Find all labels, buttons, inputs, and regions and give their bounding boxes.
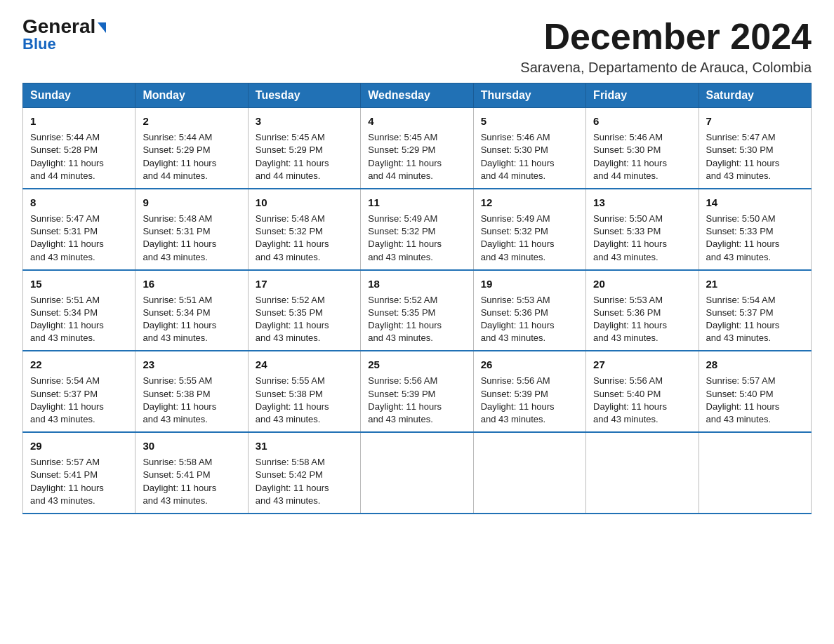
day-number: 5 (481, 114, 578, 128)
weekday-header-sunday: Sunday (23, 83, 135, 108)
day-info: Sunrise: 5:51 AMSunset: 5:34 PMDaylight:… (30, 295, 104, 344)
calendar-cell: 15 Sunrise: 5:51 AMSunset: 5:34 PMDaylig… (23, 270, 135, 351)
calendar-cell: 31 Sunrise: 5:58 AMSunset: 5:42 PMDaylig… (248, 432, 360, 514)
day-info: Sunrise: 5:55 AMSunset: 5:38 PMDaylight:… (256, 375, 329, 424)
calendar-cell: 23 Sunrise: 5:55 AMSunset: 5:38 PMDaylig… (135, 351, 248, 432)
calendar-cell: 25 Sunrise: 5:56 AMSunset: 5:39 PMDaylig… (361, 351, 473, 432)
calendar-cell: 27 Sunrise: 5:56 AMSunset: 5:40 PMDaylig… (586, 351, 699, 432)
title-area: December 2024 Saravena, Departamento de … (520, 17, 812, 76)
day-number: 3 (256, 114, 353, 128)
day-info: Sunrise: 5:50 AMSunset: 5:33 PMDaylight:… (706, 213, 780, 262)
weekday-header-friday: Friday (586, 83, 699, 108)
weekday-header-wednesday: Wednesday (361, 83, 473, 108)
day-info: Sunrise: 5:44 AMSunset: 5:29 PMDaylight:… (143, 132, 216, 181)
page-header: General Blue December 2024 Saravena, Dep… (22, 17, 812, 76)
day-info: Sunrise: 5:55 AMSunset: 5:38 PMDaylight:… (143, 375, 216, 424)
day-number: 22 (30, 357, 128, 372)
calendar-cell: 10 Sunrise: 5:48 AMSunset: 5:32 PMDaylig… (248, 189, 360, 270)
day-info: Sunrise: 5:56 AMSunset: 5:39 PMDaylight:… (368, 375, 442, 424)
calendar-cell: 21 Sunrise: 5:54 AMSunset: 5:37 PMDaylig… (699, 270, 811, 351)
calendar-cell: 20 Sunrise: 5:53 AMSunset: 5:36 PMDaylig… (586, 270, 699, 351)
day-info: Sunrise: 5:52 AMSunset: 5:35 PMDaylight:… (368, 295, 442, 344)
day-info: Sunrise: 5:54 AMSunset: 5:37 PMDaylight:… (30, 375, 104, 424)
day-info: Sunrise: 5:48 AMSunset: 5:32 PMDaylight:… (256, 213, 329, 262)
calendar-cell: 11 Sunrise: 5:49 AMSunset: 5:32 PMDaylig… (361, 189, 473, 270)
day-number: 26 (481, 357, 578, 372)
logo-blue-text: Blue (22, 35, 56, 53)
day-number: 25 (368, 357, 465, 372)
calendar-cell (586, 432, 699, 514)
day-number: 31 (256, 438, 353, 453)
calendar-cell: 16 Sunrise: 5:51 AMSunset: 5:34 PMDaylig… (135, 270, 248, 351)
weekday-header-monday: Monday (135, 83, 248, 108)
day-info: Sunrise: 5:56 AMSunset: 5:39 PMDaylight:… (481, 375, 555, 424)
day-info: Sunrise: 5:45 AMSunset: 5:29 PMDaylight:… (256, 132, 329, 181)
day-info: Sunrise: 5:52 AMSunset: 5:35 PMDaylight:… (256, 295, 329, 344)
day-info: Sunrise: 5:51 AMSunset: 5:34 PMDaylight:… (143, 295, 216, 344)
calendar-cell: 4 Sunrise: 5:45 AMSunset: 5:29 PMDayligh… (361, 108, 473, 189)
day-number: 6 (593, 114, 691, 128)
day-number: 12 (481, 195, 578, 210)
calendar-cell: 18 Sunrise: 5:52 AMSunset: 5:35 PMDaylig… (361, 270, 473, 351)
logo: General Blue (22, 17, 106, 53)
calendar-cell: 9 Sunrise: 5:48 AMSunset: 5:31 PMDayligh… (135, 189, 248, 270)
day-number: 8 (30, 195, 128, 210)
day-number: 10 (256, 195, 353, 210)
calendar-cell: 2 Sunrise: 5:44 AMSunset: 5:29 PMDayligh… (135, 108, 248, 189)
calendar-cell (699, 432, 811, 514)
day-info: Sunrise: 5:49 AMSunset: 5:32 PMDaylight:… (368, 213, 442, 262)
day-number: 18 (368, 276, 465, 291)
logo-general-text: General (22, 17, 106, 36)
calendar-cell: 8 Sunrise: 5:47 AMSunset: 5:31 PMDayligh… (23, 189, 135, 270)
location-subtitle: Saravena, Departamento de Arauca, Colomb… (520, 60, 812, 76)
day-number: 7 (706, 114, 804, 128)
day-number: 20 (593, 276, 691, 291)
day-number: 17 (256, 276, 353, 291)
day-number: 30 (143, 438, 240, 453)
day-number: 4 (368, 114, 465, 128)
day-info: Sunrise: 5:53 AMSunset: 5:36 PMDaylight:… (593, 295, 667, 344)
calendar-cell: 13 Sunrise: 5:50 AMSunset: 5:33 PMDaylig… (586, 189, 699, 270)
day-number: 13 (593, 195, 691, 210)
day-number: 1 (30, 114, 128, 128)
day-number: 2 (143, 114, 240, 128)
calendar-cell: 19 Sunrise: 5:53 AMSunset: 5:36 PMDaylig… (473, 270, 585, 351)
day-number: 27 (593, 357, 691, 372)
week-row-4: 22 Sunrise: 5:54 AMSunset: 5:37 PMDaylig… (23, 351, 812, 432)
day-info: Sunrise: 5:49 AMSunset: 5:32 PMDaylight:… (481, 213, 555, 262)
calendar-cell: 1 Sunrise: 5:44 AMSunset: 5:28 PMDayligh… (23, 108, 135, 189)
weekday-header-thursday: Thursday (473, 83, 585, 108)
weekday-header-tuesday: Tuesday (248, 83, 360, 108)
calendar-cell: 24 Sunrise: 5:55 AMSunset: 5:38 PMDaylig… (248, 351, 360, 432)
calendar-cell: 30 Sunrise: 5:58 AMSunset: 5:41 PMDaylig… (135, 432, 248, 514)
day-info: Sunrise: 5:58 AMSunset: 5:42 PMDaylight:… (256, 457, 329, 506)
calendar-cell: 28 Sunrise: 5:57 AMSunset: 5:40 PMDaylig… (699, 351, 811, 432)
day-info: Sunrise: 5:47 AMSunset: 5:31 PMDaylight:… (30, 213, 104, 262)
day-number: 23 (143, 357, 240, 372)
day-info: Sunrise: 5:54 AMSunset: 5:37 PMDaylight:… (706, 295, 780, 344)
calendar-cell (473, 432, 585, 514)
calendar-cell: 29 Sunrise: 5:57 AMSunset: 5:41 PMDaylig… (23, 432, 135, 514)
weekday-header-saturday: Saturday (699, 83, 811, 108)
week-row-3: 15 Sunrise: 5:51 AMSunset: 5:34 PMDaylig… (23, 270, 812, 351)
week-row-2: 8 Sunrise: 5:47 AMSunset: 5:31 PMDayligh… (23, 189, 812, 270)
day-number: 16 (143, 276, 240, 291)
month-title: December 2024 (520, 17, 812, 57)
day-number: 19 (481, 276, 578, 291)
day-number: 21 (706, 276, 804, 291)
day-number: 24 (256, 357, 353, 372)
day-info: Sunrise: 5:57 AMSunset: 5:41 PMDaylight:… (30, 457, 104, 506)
week-row-5: 29 Sunrise: 5:57 AMSunset: 5:41 PMDaylig… (23, 432, 812, 514)
calendar-cell (361, 432, 473, 514)
day-info: Sunrise: 5:56 AMSunset: 5:40 PMDaylight:… (593, 375, 667, 424)
calendar-cell: 26 Sunrise: 5:56 AMSunset: 5:39 PMDaylig… (473, 351, 585, 432)
day-info: Sunrise: 5:46 AMSunset: 5:30 PMDaylight:… (481, 132, 555, 181)
week-row-1: 1 Sunrise: 5:44 AMSunset: 5:28 PMDayligh… (23, 108, 812, 189)
calendar-cell: 3 Sunrise: 5:45 AMSunset: 5:29 PMDayligh… (248, 108, 360, 189)
day-info: Sunrise: 5:47 AMSunset: 5:30 PMDaylight:… (706, 132, 780, 181)
day-info: Sunrise: 5:58 AMSunset: 5:41 PMDaylight:… (143, 457, 216, 506)
calendar-cell: 14 Sunrise: 5:50 AMSunset: 5:33 PMDaylig… (699, 189, 811, 270)
day-info: Sunrise: 5:57 AMSunset: 5:40 PMDaylight:… (706, 375, 780, 424)
calendar-cell: 6 Sunrise: 5:46 AMSunset: 5:30 PMDayligh… (586, 108, 699, 189)
day-info: Sunrise: 5:44 AMSunset: 5:28 PMDaylight:… (30, 132, 104, 181)
